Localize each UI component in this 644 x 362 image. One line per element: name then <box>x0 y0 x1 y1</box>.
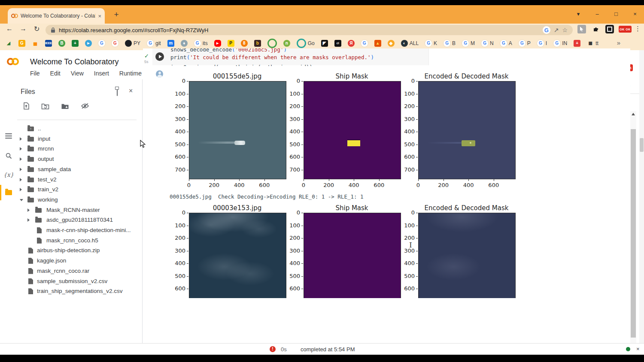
tree-row-mask-r-cnn-ship-detection-mini-[interactable]: mask-r-cnn-ship-detection-mini... <box>0 225 143 235</box>
tree-row--[interactable]: ↑.. <box>0 124 143 134</box>
back-icon[interactable]: ← <box>6 25 13 33</box>
tree-row-working[interactable]: working <box>0 195 143 205</box>
caret-right-icon[interactable] <box>20 168 22 171</box>
tree-row-mask-rcnn-coco-h5[interactable]: mask_rcnn_coco.h5 <box>0 235 143 246</box>
code-line-1[interactable]: shows_decode_encode('00021ddc5.jpg') <box>170 48 287 53</box>
bookmark-item[interactable]: PY <box>125 40 140 47</box>
bookmark-item[interactable]: GM <box>462 40 475 47</box>
code-line-2[interactable]: print('It could be different when there … <box>170 54 374 61</box>
mount-drive-icon[interactable] <box>61 103 70 110</box>
bookmark-item[interactable]: Go <box>297 39 315 48</box>
bookmark-item[interactable]: 8 <box>241 40 248 47</box>
bookmark-item[interactable]: GI <box>537 40 547 47</box>
tab-close-icon[interactable]: × <box>98 13 101 19</box>
menu-runtime[interactable]: Runtime <box>119 70 142 77</box>
bookmark-item[interactable]: ◐ALL <box>401 40 419 47</box>
refresh-folder-icon[interactable] <box>41 103 50 110</box>
reload-icon[interactable]: ↻ <box>34 25 39 33</box>
bookmark-item[interactable]: m <box>167 40 174 47</box>
puzzle-extension-icon[interactable] <box>592 25 600 33</box>
caret-right-icon[interactable] <box>20 188 22 191</box>
notebook-title[interactable]: Welcome To Colaboratory <box>30 57 118 66</box>
bookmark-item[interactable]: GB <box>444 40 456 47</box>
caret-right-icon[interactable] <box>20 178 22 181</box>
bookmark-item[interactable]: G <box>112 40 118 47</box>
bookmark-item[interactable]: ▦tt <box>587 40 598 47</box>
minimize-icon[interactable]: – <box>588 9 607 20</box>
tree-row-mask-rcnn-coco-rar[interactable]: mask_rcnn_coco.rar <box>0 266 143 276</box>
tree-row-test-v2[interactable]: test_v2 <box>0 175 143 185</box>
dark-mode-extension-icon[interactable] <box>605 25 614 33</box>
tree-row-airbus-ship-detection-zip[interactable]: airbus-ship-detection.zip <box>0 245 143 256</box>
bookmark-item[interactable]: ▲ <box>374 40 381 47</box>
bookmark-item[interactable]: Я <box>348 40 355 47</box>
bookmark-item[interactable]: Gits <box>194 40 208 47</box>
window-close-icon[interactable]: × <box>626 9 644 20</box>
bookmark-item[interactable]: GK <box>425 40 437 47</box>
bookmark-item[interactable] <box>267 39 277 48</box>
tree-row-mask-rcnn-master[interactable]: Mask_RCNN-master <box>0 205 143 215</box>
new-tab-button[interactable]: + <box>111 9 122 20</box>
bookmark-item[interactable]: GN <box>481 40 494 47</box>
caret-right-icon[interactable] <box>20 157 22 161</box>
tree-row-kaggle-json[interactable]: kaggle.json <box>0 256 143 266</box>
error-icon[interactable]: ! <box>270 346 276 352</box>
bookmark-item[interactable]: B <box>58 40 65 47</box>
browser-scrollbar-thumb[interactable] <box>640 138 644 152</box>
bookmark-item[interactable]: + <box>72 40 79 47</box>
bookmark-item[interactable]: ▶ <box>85 40 92 47</box>
ok-extension-badge[interactable]: OK OK <box>618 25 632 33</box>
bookmark-item[interactable]: G <box>98 40 105 47</box>
hand-extension-icon[interactable] <box>577 25 586 33</box>
open-in-tab-icon[interactable] <box>117 88 118 96</box>
bookmark-item[interactable]: GIN <box>553 40 567 47</box>
bookmark-item[interactable]: P <box>228 40 234 47</box>
url-text[interactable]: https://colab.research.google.com/#scrol… <box>59 27 539 33</box>
bookmark-item[interactable]: ▶ <box>214 40 221 47</box>
chrome-menu-icon[interactable]: ⋮ <box>635 25 641 33</box>
share-page-icon[interactable]: ↗ <box>554 27 559 33</box>
bookmark-item[interactable]: GA <box>500 40 512 47</box>
bookmark-item[interactable]: IEEE <box>45 40 52 47</box>
profile-chevron-icon[interactable]: ▾ <box>569 9 588 20</box>
tree-row-sample-data[interactable]: sample_data <box>0 164 143 175</box>
bookmark-item[interactable]: ▅ <box>32 40 39 47</box>
bookmark-item[interactable]: n <box>283 40 290 47</box>
tree-row-train-v2[interactable]: train_v2 <box>0 184 143 195</box>
bookmark-item[interactable]: G <box>361 40 368 47</box>
menu-edit[interactable]: Edit <box>50 70 61 77</box>
tree-row-input[interactable]: input <box>0 134 143 144</box>
bookmark-item[interactable]: G <box>18 40 25 47</box>
dismiss-status-icon[interactable]: × <box>636 346 640 352</box>
forward-icon[interactable]: → <box>20 25 27 33</box>
bookmark-item[interactable]: cl <box>334 40 341 47</box>
browser-scrollbar-track[interactable] <box>639 50 644 343</box>
bookmark-item[interactable]: ♦ <box>181 40 188 47</box>
bookmark-item[interactable]: ◆ <box>388 40 395 47</box>
tree-row-sample-submission-v2-csv[interactable]: sample_submission_v2.csv <box>0 276 143 287</box>
tree-row-asdc-gpu20181118t0341[interactable]: asdc_gpu20181118T0341 <box>0 215 143 225</box>
notebook-scrollbar-thumb[interactable] <box>631 129 636 338</box>
bookmarks-overflow-icon[interactable]: » <box>617 39 620 46</box>
google-icon[interactable]: G <box>543 26 550 34</box>
bookmark-item[interactable]: Ggit <box>147 40 161 47</box>
caret-right-icon[interactable] <box>20 137 22 141</box>
upload-file-icon[interactable] <box>22 102 30 110</box>
tree-row-train-ship-segmentations-v2-csv[interactable]: train_ship_segmentations_v2.csv <box>0 286 143 296</box>
close-panel-icon[interactable]: × <box>129 87 133 95</box>
browser-tab[interactable]: Welcome To Colaboratory - Colab × <box>8 8 105 24</box>
bookmark-item[interactable]: + <box>574 40 580 47</box>
notebook-scrollbar-up-icon[interactable] <box>632 113 635 115</box>
hide-hidden-files-icon[interactable] <box>81 103 89 109</box>
bookmark-item[interactable]: ◤ <box>321 40 328 47</box>
maximize-icon[interactable]: □ <box>607 9 626 20</box>
tree-row-mrcnn[interactable]: mrcnn <box>0 144 143 154</box>
menu-insert[interactable]: Insert <box>94 70 109 77</box>
menu-view[interactable]: View <box>71 70 84 77</box>
caret-right-icon[interactable] <box>27 218 30 222</box>
bookmark-item[interactable]: b <box>254 40 261 47</box>
menu-file[interactable]: File <box>30 70 40 77</box>
tree-row-output[interactable]: output <box>0 154 143 164</box>
bookmark-item[interactable]: GP <box>519 40 531 47</box>
bookmark-star-icon[interactable]: ☆ <box>562 27 568 33</box>
